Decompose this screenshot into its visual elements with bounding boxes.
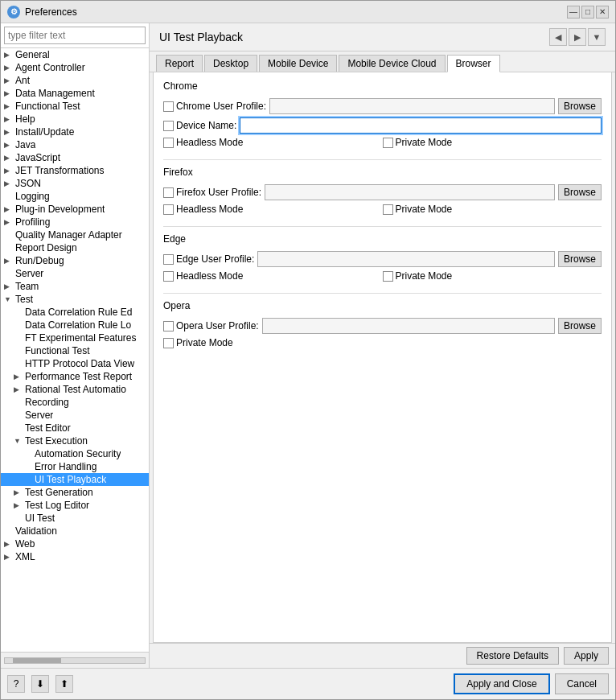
sidebar-item-test-execution[interactable]: ▼Test Execution — [1, 434, 149, 447]
tab-mobile-device-cloud[interactable]: Mobile Device Cloud — [339, 55, 445, 72]
sidebar-item-team[interactable]: ▶Team — [1, 280, 149, 293]
chrome-profile-checkbox[interactable] — [163, 101, 174, 112]
firefox-headless-checkbox[interactable] — [163, 204, 174, 215]
sidebar-item-test[interactable]: ▼Test — [1, 293, 149, 306]
chrome-device-checkbox[interactable] — [163, 121, 174, 131]
sidebar-item-help[interactable]: ▶Help — [1, 113, 149, 126]
opera-private-label: Private Mode — [176, 337, 233, 348]
restore-defaults-button[interactable]: Restore Defaults — [466, 647, 559, 665]
sidebar-item-server[interactable]: Server — [1, 267, 149, 280]
title-bar: ⚙ Preferences — □ ✕ — [1, 1, 615, 23]
maximize-button[interactable]: □ — [581, 6, 594, 19]
opera-profile-checkbox[interactable] — [163, 321, 174, 331]
sidebar-item-web[interactable]: ▶Web — [1, 537, 149, 550]
sidebar-item-java[interactable]: ▶Java — [1, 138, 149, 151]
sidebar-item-json[interactable]: ▶JSON — [1, 177, 149, 190]
sidebar-label-performance-test-report: Performance Test Report — [25, 371, 132, 382]
sidebar-item-report-design[interactable]: Report Design — [1, 241, 149, 254]
window-title: Preferences — [25, 6, 567, 18]
tab-report[interactable]: Report — [156, 55, 203, 72]
sidebar-item-ui-test-playback[interactable]: UI Test Playback — [1, 473, 149, 486]
sidebar-item-plugin-development[interactable]: ▶Plug-in Development — [1, 203, 149, 216]
dropdown-button[interactable]: ▼ — [588, 28, 606, 46]
import-button[interactable]: ⬇ — [31, 675, 49, 693]
sidebar-item-xml[interactable]: ▶XML — [1, 550, 149, 563]
edge-private-checkbox[interactable] — [383, 271, 393, 282]
sidebar-item-data-management[interactable]: ▶Data Management — [1, 87, 149, 100]
opera-profile-label: Opera User Profile: — [176, 320, 259, 331]
help-icon: ? — [14, 678, 19, 690]
edge-profile-checkbox[interactable] — [163, 254, 174, 265]
sidebar-item-agent-controller[interactable]: ▶Agent Controller — [1, 61, 149, 74]
sidebar-item-ant[interactable]: ▶Ant — [1, 74, 149, 87]
sidebar-item-run-debug[interactable]: ▶Run/Debug — [1, 254, 149, 267]
firefox-headless-wrapper: Headless Mode — [163, 204, 383, 215]
help-button[interactable]: ? — [7, 675, 25, 693]
sidebar-item-jet-transformations[interactable]: ▶JET Transformations — [1, 164, 149, 177]
close-button[interactable]: ✕ — [596, 6, 609, 19]
sidebar-item-functional-test-child[interactable]: Functional Test — [1, 344, 149, 357]
edge-browse-button[interactable]: Browse — [558, 251, 602, 267]
tree-arrow-test-execution: ▼ — [14, 437, 25, 445]
sidebar-item-quality-manager-adapter[interactable]: Quality Manager Adapter — [1, 229, 149, 241]
firefox-profile-input[interactable] — [265, 184, 555, 200]
tab-mobile-device[interactable]: Mobile Device — [259, 55, 337, 72]
sidebar-item-logging[interactable]: Logging — [1, 190, 149, 203]
forward-button[interactable]: ▶ — [569, 28, 586, 46]
sidebar-scrollbar[interactable] — [1, 652, 149, 668]
sidebar-item-javascript[interactable]: ▶JavaScript — [1, 151, 149, 164]
firefox-private-label: Private Mode — [396, 204, 453, 215]
sidebar-item-automation-security[interactable]: Automation Security — [1, 447, 149, 460]
sidebar-item-profiling[interactable]: ▶Profiling — [1, 216, 149, 229]
sidebar-item-performance-test-report[interactable]: ▶Performance Test Report — [1, 370, 149, 383]
tab-desktop[interactable]: Desktop — [204, 55, 257, 72]
sidebar-label-error-handling: Error Handling — [35, 461, 97, 472]
sidebar-item-data-correlation-rule-lo[interactable]: Data Correlation Rule Lo — [1, 319, 149, 331]
sidebar-item-ft-experimental-features[interactable]: FT Experimental Features — [1, 331, 149, 344]
chrome-profile-input[interactable] — [269, 98, 555, 114]
nav-buttons: ◀ ▶ ▼ — [549, 28, 606, 46]
back-button[interactable]: ◀ — [549, 28, 567, 46]
chrome-browse-button[interactable]: Browse — [558, 98, 602, 114]
chrome-device-input[interactable] — [240, 117, 602, 134]
firefox-profile-checkbox[interactable] — [163, 187, 174, 198]
sidebar-item-http-protocol-data-view[interactable]: HTTP Protocol Data View — [1, 357, 149, 370]
opera-profile-input[interactable] — [262, 318, 555, 334]
chrome-private-checkbox[interactable] — [383, 138, 393, 148]
firefox-private-checkbox[interactable] — [383, 204, 393, 215]
sidebar-item-ui-test[interactable]: UI Test — [1, 512, 149, 525]
minimize-button[interactable]: — — [567, 6, 580, 19]
content-area: Chrome Chrome User Profile: Browse Devic… — [153, 72, 612, 643]
sidebar-label-server-child: Server — [25, 410, 53, 421]
opera-section-title: Opera — [163, 300, 602, 313]
export-button[interactable]: ⬆ — [55, 675, 73, 693]
sidebar-item-rational-test-automatio[interactable]: ▶Rational Test Automatio — [1, 383, 149, 396]
sidebar-item-recording[interactable]: Recording — [1, 396, 149, 409]
chrome-private-wrapper: Private Mode — [383, 137, 602, 148]
apply-button[interactable]: Apply — [564, 647, 609, 665]
sidebar-item-install-update[interactable]: ▶Install/Update — [1, 126, 149, 138]
sidebar-item-validation[interactable]: Validation — [1, 525, 149, 537]
sidebar-item-general[interactable]: ▶General — [1, 48, 149, 61]
firefox-browse-button[interactable]: Browse — [558, 184, 602, 200]
opera-browse-button[interactable]: Browse — [558, 318, 602, 334]
tree-arrow-test: ▼ — [4, 295, 15, 303]
opera-private-checkbox[interactable] — [163, 338, 174, 348]
sidebar-item-test-generation[interactable]: ▶Test Generation — [1, 486, 149, 499]
sidebar-item-data-correlation-rule-ed[interactable]: Data Correlation Rule Ed — [1, 306, 149, 319]
edge-headless-checkbox[interactable] — [163, 271, 174, 282]
chrome-headless-checkbox[interactable] — [163, 138, 174, 148]
filter-input[interactable] — [4, 27, 146, 44]
sidebar-item-test-log-editor[interactable]: ▶Test Log Editor — [1, 499, 149, 512]
sidebar-label-automation-security: Automation Security — [35, 448, 121, 459]
cancel-button[interactable]: Cancel — [555, 673, 609, 694]
sidebar-item-test-editor[interactable]: Test Editor — [1, 422, 149, 434]
sidebar-item-error-handling[interactable]: Error Handling — [1, 460, 149, 473]
tab-browser[interactable]: Browser — [447, 55, 500, 72]
sidebar-item-server-child[interactable]: Server — [1, 409, 149, 422]
sidebar-label-json: JSON — [15, 178, 41, 189]
apply-and-close-button[interactable]: Apply and Close — [454, 673, 549, 694]
horizontal-scrollbar[interactable] — [4, 657, 146, 664]
sidebar-item-functional-test[interactable]: ▶Functional Test — [1, 100, 149, 113]
edge-profile-input[interactable] — [257, 251, 555, 267]
